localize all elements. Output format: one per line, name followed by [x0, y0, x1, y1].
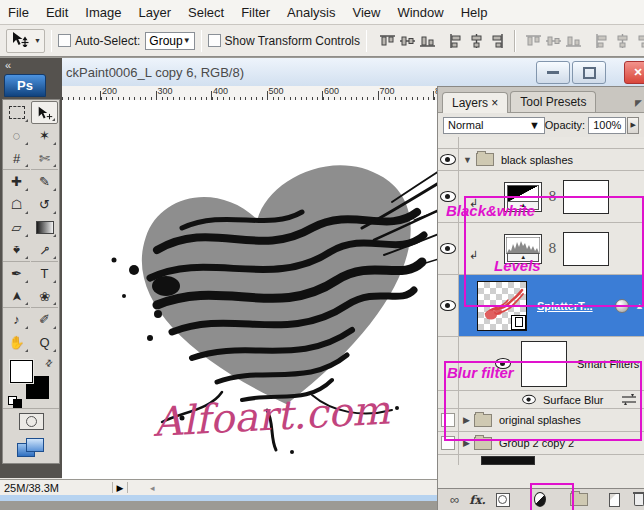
visibility-toggle[interactable]: [438, 149, 459, 170]
layer-row-partial[interactable]: [438, 455, 644, 465]
tab-tool-presets[interactable]: Tool Presets: [510, 91, 596, 112]
screen-mode-button[interactable]: [17, 438, 45, 458]
surface-blur-eye-icon[interactable]: [522, 395, 536, 404]
hidden-eye-checkbox[interactable]: [441, 413, 455, 427]
layer-name[interactable]: SplatterT...: [537, 300, 593, 312]
visibility-toggle[interactable]: [438, 409, 459, 431]
auto-select-scope-dropdown[interactable]: Group ▼: [145, 32, 194, 50]
menu-image[interactable]: Image: [85, 5, 121, 20]
distribute-right-edges-button[interactable]: [634, 33, 644, 49]
black-white-adjustment-thumbnail[interactable]: ▲: [504, 182, 542, 212]
dodge-tool[interactable]: ⊸: [31, 239, 58, 262]
status-flyout-button[interactable]: ▶: [112, 482, 128, 493]
lasso-tool[interactable]: ◌: [3, 124, 30, 147]
swap-colors-icon[interactable]: ⇄: [43, 357, 55, 369]
new-layer-button[interactable]: [609, 493, 620, 507]
zoom-tool[interactable]: Q: [31, 331, 58, 354]
align-bottom-edges-button[interactable]: [419, 33, 436, 49]
panel-menu-arrow-icon[interactable]: ◤: [635, 98, 642, 108]
align-left-edges-button[interactable]: [448, 33, 465, 49]
layer-row-surface-blur[interactable]: Surface Blur: [438, 391, 644, 409]
blur-tool[interactable]: ♠: [3, 239, 30, 262]
new-group-button[interactable]: [570, 493, 588, 506]
magic-wand-tool[interactable]: ✶: [31, 124, 58, 147]
hidden-eye-checkbox[interactable]: [441, 436, 455, 450]
crop-tool[interactable]: #: [3, 147, 30, 170]
layer-mask-thumbnail[interactable]: [563, 232, 609, 266]
distribute-top-edges-button[interactable]: [525, 33, 542, 49]
align-vertical-centers-button[interactable]: [399, 33, 416, 49]
layer-mask-thumbnail[interactable]: [563, 180, 609, 214]
align-right-edges-button[interactable]: [488, 33, 505, 49]
group-expand-arrow-icon[interactable]: ▼: [463, 155, 472, 165]
visibility-toggle[interactable]: [438, 432, 459, 454]
visibility-toggle[interactable]: [438, 171, 459, 222]
minimize-button[interactable]: [536, 61, 570, 84]
layer-row-group-2-copy-2[interactable]: ▶ Group 2 copy 2: [438, 432, 644, 455]
distribute-vertical-centers-button[interactable]: [545, 33, 562, 49]
mask-link-icon[interactable]: 8: [548, 189, 556, 204]
opacity-spinner[interactable]: ▶: [627, 117, 639, 134]
audio-annotation-tool[interactable]: ♪: [3, 308, 30, 331]
visibility-toggle[interactable]: [438, 275, 459, 336]
filter-blending-options-icon[interactable]: [622, 391, 636, 409]
hand-tool[interactable]: ✋: [3, 331, 30, 354]
smart-filter-indicator-icon[interactable]: [615, 299, 629, 313]
smart-filters-eye-icon[interactable]: [495, 358, 511, 369]
pen-tool[interactable]: ✒: [3, 262, 30, 285]
layer-row-black-splashes-group[interactable]: ▼ black splashes: [438, 149, 644, 171]
eyedropper-tool[interactable]: ✐: [31, 308, 58, 331]
layer-style-button[interactable]: fx.: [469, 493, 486, 507]
menu-layer[interactable]: Layer: [139, 5, 172, 20]
collapse-smart-filters-icon[interactable]: ▲: [635, 301, 644, 311]
restore-button[interactable]: [572, 61, 606, 84]
close-button[interactable]: ✕: [624, 61, 644, 84]
healing-brush-tool[interactable]: ✚: [3, 170, 30, 193]
move-tool-preset-button[interactable]: ▼: [6, 29, 45, 53]
filter-mask-thumbnail[interactable]: [521, 341, 567, 387]
distribute-bottom-edges-button[interactable]: [565, 33, 582, 49]
document-title-bar[interactable]: ckPaint0006_L copy 6, RGB/8) ✕: [0, 58, 644, 87]
eraser-tool[interactable]: ▱: [3, 216, 30, 239]
smart-object-thumbnail[interactable]: [477, 281, 527, 331]
brush-tool[interactable]: ✎: [31, 170, 58, 193]
clone-stamp-tool[interactable]: ☖: [3, 193, 30, 216]
group-collapsed-arrow-icon[interactable]: ▶: [463, 415, 470, 425]
menu-file[interactable]: File: [8, 5, 29, 20]
filter-name[interactable]: Surface Blur: [543, 394, 604, 406]
tab-layers[interactable]: Layers ×: [442, 92, 508, 113]
layer-row-smart-filters[interactable]: Smart Filters: [438, 337, 644, 391]
auto-select-checkbox[interactable]: [58, 34, 71, 47]
group-collapsed-arrow-icon[interactable]: ▶: [463, 438, 470, 448]
align-horizontal-centers-button[interactable]: [468, 33, 485, 49]
layer-row-black-white-adjustment[interactable]: ↲ ▲ 8: [438, 171, 644, 223]
rectangular-marquee-tool[interactable]: [3, 101, 30, 124]
new-adjustment-layer-button[interactable]: [534, 492, 546, 507]
opacity-value[interactable]: 100%: [588, 117, 626, 134]
dock-collapse-button[interactable]: «: [2, 60, 60, 73]
menu-help[interactable]: Help: [461, 5, 488, 20]
visibility-toggle[interactable]: [438, 223, 459, 274]
move-tool[interactable]: [31, 101, 58, 124]
levels-adjustment-thumbnail[interactable]: ▲: [504, 234, 542, 264]
history-brush-tool[interactable]: ↺: [31, 193, 58, 216]
type-tool[interactable]: T: [31, 262, 58, 285]
align-top-edges-button[interactable]: [379, 33, 396, 49]
scroll-left-arrow-icon[interactable]: ◂: [150, 483, 155, 493]
path-selection-tool[interactable]: ➤: [3, 285, 30, 308]
custom-shape-tool[interactable]: ❀: [31, 285, 58, 308]
menu-select[interactable]: Select: [188, 5, 224, 20]
layer-row-levels-adjustment[interactable]: ↲ ▲ 8: [438, 223, 644, 275]
menu-window[interactable]: Window: [397, 5, 443, 20]
distribute-horizontal-centers-button[interactable]: [614, 33, 631, 49]
distribute-left-edges-button[interactable]: [594, 33, 611, 49]
layer-row-splatter-smart-object[interactable]: SplatterT... ▲: [438, 275, 644, 337]
quick-mask-mode-button[interactable]: [19, 413, 44, 430]
menu-edit[interactable]: Edit: [46, 5, 68, 20]
add-layer-mask-button[interactable]: [496, 493, 510, 507]
foreground-color-swatch[interactable]: [10, 360, 33, 383]
menu-analysis[interactable]: Analysis: [287, 5, 335, 20]
gradient-tool[interactable]: [31, 216, 58, 239]
layer-row-original-splashes-group[interactable]: ▶ original splashes: [438, 409, 644, 432]
mask-link-icon[interactable]: 8: [548, 241, 556, 256]
